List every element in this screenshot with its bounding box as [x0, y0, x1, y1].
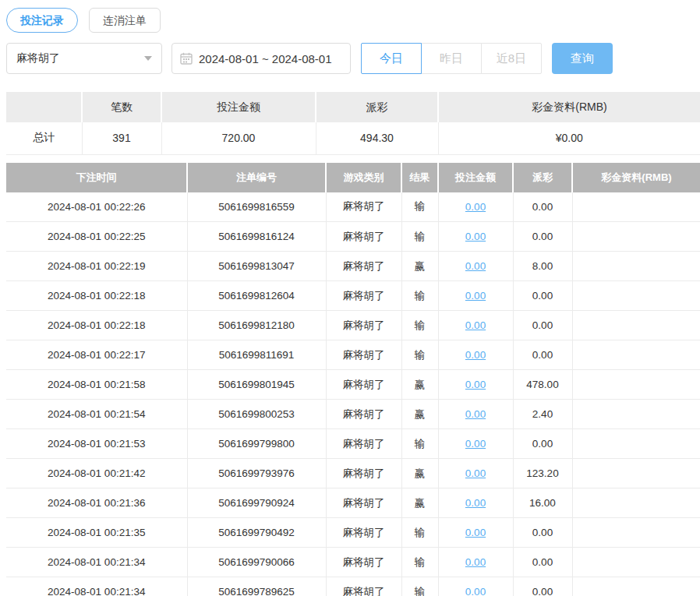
- table-row: 2024-08-01 00:22:265061699816559麻将胡了输0.0…: [6, 192, 700, 222]
- cell-order-no: 5061699800253: [187, 400, 326, 429]
- cell-result: 输: [401, 429, 438, 459]
- cell-bet: 0.00: [438, 252, 513, 281]
- cell-bet: 0.00: [438, 548, 513, 577]
- tab-cancelled-orders[interactable]: 连消注单: [89, 8, 161, 33]
- bet-amount-link[interactable]: 0.00: [465, 319, 486, 331]
- cell-time: 2024-08-01 00:21:54: [6, 400, 187, 429]
- cell-payout: 0.00: [513, 192, 572, 222]
- cell-result: 输: [401, 577, 438, 596]
- cell-bet: 0.00: [438, 518, 513, 548]
- cell-payout: 0.00: [513, 340, 572, 370]
- cell-bonus: [572, 488, 700, 518]
- cell-bonus: [572, 192, 700, 222]
- cell-result: 输: [401, 311, 438, 340]
- date-range-input[interactable]: 2024-08-01 ~ 2024-08-01: [171, 43, 351, 74]
- cell-time: 2024-08-01 00:21:36: [6, 488, 187, 518]
- total-label: 总计: [6, 122, 82, 154]
- cell-bet: 0.00: [438, 488, 513, 518]
- cell-bonus: [572, 429, 700, 459]
- cell-payout: 0.00: [513, 222, 572, 252]
- bet-amount-link[interactable]: 0.00: [465, 379, 486, 390]
- cell-order-no: 5061699790492: [187, 518, 326, 548]
- range-yesterday-button[interactable]: 昨日: [421, 43, 482, 74]
- cell-game: 麻将胡了: [326, 192, 401, 222]
- range-last8days-button[interactable]: 近8日: [481, 43, 542, 74]
- cell-game: 麻将胡了: [326, 222, 401, 252]
- tab-betting-records[interactable]: 投注记录: [6, 8, 78, 33]
- bet-amount-link[interactable]: 0.00: [465, 527, 486, 538]
- cell-bonus: [572, 459, 700, 488]
- cell-game: 麻将胡了: [326, 281, 401, 311]
- cell-order-no: 5061699789625: [187, 577, 326, 596]
- cell-result: 输: [401, 518, 438, 548]
- cell-time: 2024-08-01 00:22:18: [6, 281, 187, 311]
- cell-time: 2024-08-01 00:21:35: [6, 518, 187, 548]
- col-result: 结果: [401, 163, 438, 192]
- col-order-no: 注单编号: [187, 163, 326, 192]
- cell-order-no: 5061699816124: [187, 222, 326, 252]
- bet-amount-link[interactable]: 0.00: [465, 556, 486, 568]
- table-row: 2024-08-01 00:22:195061699813047麻将胡了赢0.0…: [6, 252, 700, 281]
- cell-payout: 8.00: [513, 252, 572, 281]
- cell-time: 2024-08-01 00:21:58: [6, 370, 187, 400]
- bet-amount-link[interactable]: 0.00: [465, 438, 486, 450]
- date-range-value: 2024-08-01 ~ 2024-08-01: [199, 52, 332, 65]
- cell-result: 赢: [401, 400, 438, 429]
- bet-amount-link[interactable]: 0.00: [465, 349, 486, 361]
- table-row: 2024-08-01 00:21:585061699801945麻将胡了赢0.0…: [6, 370, 700, 400]
- bet-amount-link[interactable]: 0.00: [465, 231, 486, 242]
- bet-amount-link[interactable]: 0.00: [465, 260, 486, 272]
- cell-order-no: 5061699790924: [187, 488, 326, 518]
- cell-game: 麻将胡了: [326, 370, 401, 400]
- col-bonus: 彩金资料(RMB): [572, 163, 700, 192]
- cell-bonus: [572, 518, 700, 548]
- range-today-button[interactable]: 今日: [361, 43, 422, 74]
- bet-amount-link[interactable]: 0.00: [465, 586, 486, 596]
- cell-order-no: 5061699801945: [187, 370, 326, 400]
- table-row: 2024-08-01 00:21:545061699800253麻将胡了赢0.0…: [6, 400, 700, 429]
- cell-game: 麻将胡了: [326, 400, 401, 429]
- cell-game: 麻将胡了: [326, 577, 401, 596]
- cell-time: 2024-08-01 00:22:26: [6, 192, 187, 222]
- summary-col-bonus: 彩金资料(RMB): [438, 92, 700, 122]
- table-row: 2024-08-01 00:21:535061699799800麻将胡了输0.0…: [6, 429, 700, 459]
- cell-bonus: [572, 577, 700, 596]
- cell-bet: 0.00: [438, 281, 513, 311]
- cell-payout: 123.20: [513, 459, 572, 488]
- query-button[interactable]: 查询: [552, 43, 613, 74]
- cell-game: 麻将胡了: [326, 311, 401, 340]
- cell-order-no: 5061699812180: [187, 311, 326, 340]
- game-select[interactable]: 麻将胡了: [6, 43, 162, 74]
- table-row: 2024-08-01 00:21:345061699789625麻将胡了输0.0…: [6, 577, 700, 596]
- bet-amount-link[interactable]: 0.00: [465, 497, 486, 509]
- bet-amount-link[interactable]: 0.00: [465, 201, 486, 213]
- total-count: 391: [82, 122, 161, 154]
- cell-order-no: 5061699799800: [187, 429, 326, 459]
- summary-col-payout: 派彩: [316, 92, 438, 122]
- chevron-down-icon: [144, 56, 152, 61]
- cell-game: 麻将胡了: [326, 459, 401, 488]
- filters-row: 麻将胡了 2024-08-01 ~ 2024-08-01: [6, 43, 700, 74]
- summary-col-blank: [6, 92, 82, 122]
- cell-bet: 0.00: [438, 400, 513, 429]
- bet-amount-link[interactable]: 0.00: [465, 408, 486, 420]
- cell-result: 赢: [401, 370, 438, 400]
- summary-col-bet-amount: 投注金额: [161, 92, 316, 122]
- cell-bonus: [572, 370, 700, 400]
- cell-order-no: 5061699793976: [187, 459, 326, 488]
- cell-game: 麻将胡了: [326, 548, 401, 577]
- cell-bonus: [572, 281, 700, 311]
- table-row: 2024-08-01 00:21:425061699793976麻将胡了赢0.0…: [6, 459, 700, 488]
- cell-result: 输: [401, 222, 438, 252]
- cell-time: 2024-08-01 00:21:42: [6, 459, 187, 488]
- cell-game: 麻将胡了: [326, 518, 401, 548]
- cell-result: 赢: [401, 252, 438, 281]
- cell-payout: 0.00: [513, 577, 572, 596]
- cell-order-no: 5061699812604: [187, 281, 326, 311]
- bet-amount-link[interactable]: 0.00: [465, 290, 486, 302]
- bet-amount-link[interactable]: 0.00: [465, 467, 486, 479]
- cell-bonus: [572, 340, 700, 370]
- cell-time: 2024-08-01 00:22:19: [6, 252, 187, 281]
- cell-time: 2024-08-01 00:21:53: [6, 429, 187, 459]
- cell-game: 麻将胡了: [326, 488, 401, 518]
